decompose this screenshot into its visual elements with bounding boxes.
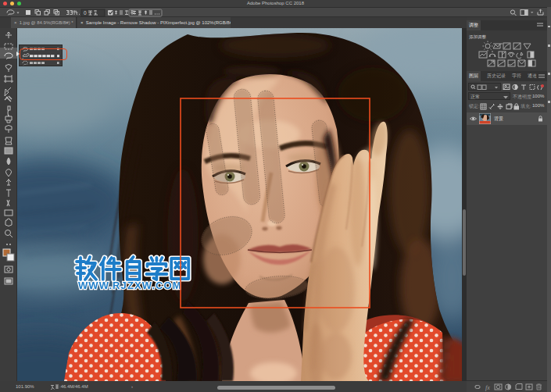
svg-text:fx: fx [485, 384, 490, 391]
svg-text:0: 0 [84, 10, 87, 16]
svg-text:WWW.RJZXW.COM: WWW.RJZXW.COM [78, 280, 182, 291]
